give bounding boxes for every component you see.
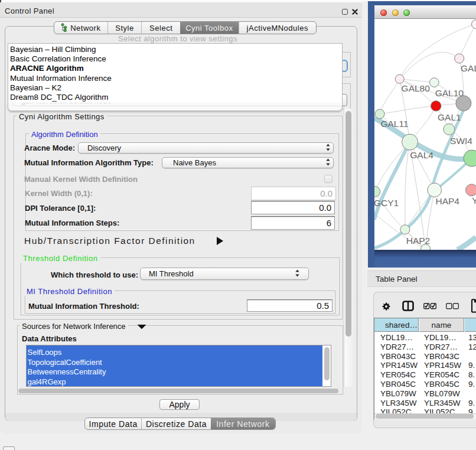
svg-text:Y: Y xyxy=(472,195,476,206)
svg-text:HAP4: HAP4 xyxy=(436,196,460,206)
svg-text:GAL1: GAL1 xyxy=(438,112,461,122)
svg-text:GAL11: GAL11 xyxy=(380,119,408,129)
svg-text:GAL80: GAL80 xyxy=(402,83,431,93)
svg-text:GAL: GAL xyxy=(461,63,476,73)
svg-text:GAL10: GAL10 xyxy=(435,88,464,98)
svg-text:GCY1: GCY1 xyxy=(374,198,399,208)
svg-text:SWI4: SWI4 xyxy=(450,136,472,146)
svg-text:GAL4: GAL4 xyxy=(410,150,433,160)
svg-text:HAP2: HAP2 xyxy=(406,236,431,246)
